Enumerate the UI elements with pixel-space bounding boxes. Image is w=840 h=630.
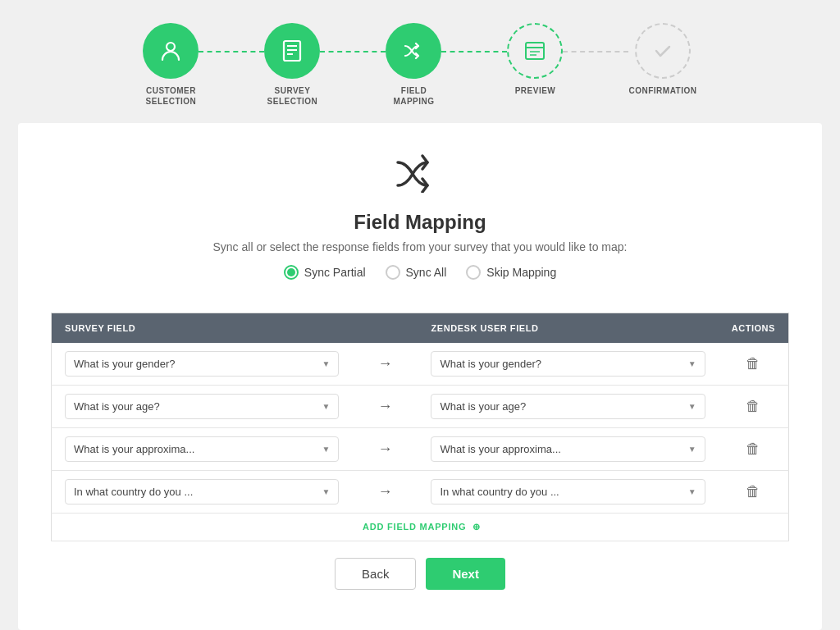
arrow-cell: → xyxy=(352,343,418,386)
skip-mapping-label: Skip Mapping xyxy=(486,266,556,279)
sync-options: Sync Partial Sync All Skip Mapping xyxy=(284,265,556,280)
skip-mapping-radio[interactable] xyxy=(466,265,481,280)
survey-field-cell: In what country do you ... ▼ xyxy=(52,471,353,514)
action-cell: 🗑 xyxy=(719,471,789,514)
delete-row-1-button[interactable]: 🗑 xyxy=(746,355,760,372)
zendesk-field-select-1[interactable]: What is your gender? ▼ xyxy=(431,351,705,377)
step-preview-label: PREVIEW xyxy=(515,85,556,96)
sync-partial-radio[interactable] xyxy=(284,265,299,280)
table-row: In what country do you ... ▼ → In what c… xyxy=(52,471,789,514)
connector-3 xyxy=(441,51,507,52)
step-preview: PREVIEW xyxy=(507,23,563,96)
survey-field-cell: What is your gender? ▼ xyxy=(52,343,353,386)
add-field-mapping-row[interactable]: ADD FIELD MAPPING ⊕ xyxy=(52,514,789,541)
zendesk-field-value-2: What is your age? xyxy=(440,400,526,413)
chevron-down-icon: ▼ xyxy=(322,359,331,368)
survey-field-select-1[interactable]: What is your gender? ▼ xyxy=(65,351,339,377)
step-field-circle xyxy=(386,23,441,79)
table-row: What is your age? ▼ → What is your age? … xyxy=(52,386,789,428)
arrow-cell: → xyxy=(352,428,418,471)
sync-all-option[interactable]: Sync All xyxy=(386,265,447,280)
arrow-cell: → xyxy=(352,471,418,514)
page-title: Field Mapping xyxy=(354,211,486,234)
survey-field-value-3: What is your approxima... xyxy=(74,443,194,455)
chevron-down-icon: ▼ xyxy=(688,487,696,496)
step-confirmation-circle xyxy=(635,23,691,79)
step-survey: SURVEY SELECTION xyxy=(264,23,320,107)
sync-all-radio[interactable] xyxy=(386,265,400,280)
step-field: FIELD MAPPING xyxy=(386,23,441,107)
delete-row-4-button[interactable]: 🗑 xyxy=(746,483,760,500)
survey-field-select-4[interactable]: In what country do you ... ▼ xyxy=(65,479,339,504)
step-survey-label: SURVEY SELECTION xyxy=(267,85,318,107)
step-customer-circle xyxy=(143,23,199,79)
sync-partial-label: Sync Partial xyxy=(304,266,366,279)
sync-all-label: Sync All xyxy=(406,266,447,279)
arrow-cell: → xyxy=(352,386,418,428)
stepper: CUSTOMER SELECTION SURVEY SELECTION FIEL… xyxy=(0,0,840,123)
zendesk-field-value-1: What is your gender? xyxy=(440,358,541,370)
connector-4 xyxy=(563,51,628,52)
step-survey-circle xyxy=(264,23,320,79)
field-mapping-table: SURVEY FIELD ZENDESK USER FIELD ACTIONS … xyxy=(51,313,789,541)
skip-mapping-option[interactable]: Skip Mapping xyxy=(466,265,556,280)
table-row: What is your approxima... ▼ → What is yo… xyxy=(52,428,789,471)
chevron-down-icon: ▼ xyxy=(322,402,331,411)
survey-field-value-2: What is your age? xyxy=(74,400,160,413)
page-subtitle: Sync all or select the response fields f… xyxy=(212,240,627,253)
table-row: What is your gender? ▼ → What is your ge… xyxy=(52,343,789,386)
col-survey-field: SURVEY FIELD xyxy=(52,313,353,344)
zendesk-field-select-3[interactable]: What is your approxima... ▼ xyxy=(431,436,705,462)
step-confirmation-label: CONFIRMATION xyxy=(628,85,696,96)
footer-buttons: Back Next xyxy=(51,558,789,598)
col-actions: ACTIONS xyxy=(719,313,789,344)
step-field-label: FIELD MAPPING xyxy=(393,85,434,107)
zendesk-field-cell: What is your age? ▼ xyxy=(418,386,718,428)
next-button[interactable]: Next xyxy=(426,558,505,590)
col-arrow xyxy=(352,313,418,344)
connector-2 xyxy=(320,51,386,52)
zendesk-field-value-3: What is your approxima... xyxy=(440,443,560,455)
back-button[interactable]: Back xyxy=(335,558,416,590)
main-content: Field Mapping Sync all or select the res… xyxy=(18,123,822,630)
action-cell: 🗑 xyxy=(719,428,789,471)
zendesk-field-cell: In what country do you ... ▼ xyxy=(418,471,718,514)
chevron-down-icon: ▼ xyxy=(688,359,696,368)
zendesk-field-cell: What is your approxima... ▼ xyxy=(418,428,718,471)
chevron-down-icon: ▼ xyxy=(688,445,696,454)
survey-field-value-4: In what country do you ... xyxy=(74,486,193,498)
delete-row-3-button[interactable]: 🗑 xyxy=(746,441,760,458)
svg-point-0 xyxy=(167,43,175,51)
chevron-down-icon: ▼ xyxy=(688,402,696,411)
zendesk-field-cell: What is your gender? ▼ xyxy=(418,343,718,386)
action-cell: 🗑 xyxy=(719,386,789,428)
zendesk-field-select-4[interactable]: In what country do you ... ▼ xyxy=(431,479,705,504)
chevron-down-icon: ▼ xyxy=(322,487,331,496)
hero-section: Field Mapping Sync all or select the res… xyxy=(51,148,789,296)
add-field-label: ADD FIELD MAPPING xyxy=(363,522,466,532)
svg-rect-5 xyxy=(526,43,544,59)
field-mapping-icon xyxy=(391,148,449,203)
chevron-down-icon: ▼ xyxy=(322,445,331,454)
zendesk-field-select-2[interactable]: What is your age? ▼ xyxy=(431,394,705,419)
survey-field-cell: What is your age? ▼ xyxy=(52,386,353,428)
zendesk-field-value-4: In what country do you ... xyxy=(440,486,559,498)
survey-field-select-2[interactable]: What is your age? ▼ xyxy=(65,394,339,419)
step-confirmation: CONFIRMATION xyxy=(628,23,696,96)
connector-1 xyxy=(199,51,264,52)
plus-icon: ⊕ xyxy=(469,522,481,532)
action-cell: 🗑 xyxy=(719,343,789,386)
step-customer-label: CUSTOMER SELECTION xyxy=(146,85,197,107)
col-zendesk-field: ZENDESK USER FIELD xyxy=(418,313,718,344)
sync-partial-option[interactable]: Sync Partial xyxy=(284,265,366,280)
step-customer: CUSTOMER SELECTION xyxy=(143,23,199,107)
survey-field-value-1: What is your gender? xyxy=(74,358,176,370)
survey-field-select-3[interactable]: What is your approxima... ▼ xyxy=(65,436,339,462)
delete-row-2-button[interactable]: 🗑 xyxy=(746,398,760,415)
add-field-mapping-cell[interactable]: ADD FIELD MAPPING ⊕ xyxy=(52,514,789,541)
step-preview-circle xyxy=(507,23,563,79)
survey-field-cell: What is your approxima... ▼ xyxy=(52,428,353,471)
